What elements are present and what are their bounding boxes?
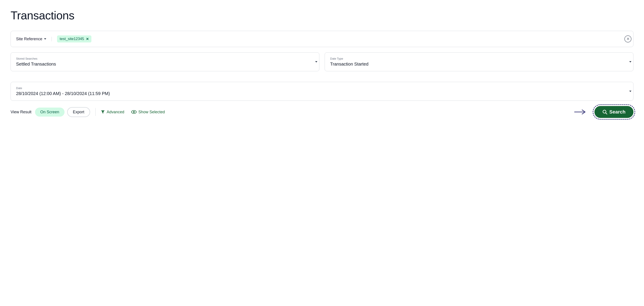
svg-point-2: [133, 111, 135, 113]
toolbar: View Result On Screen Export Advanced Sh…: [10, 106, 634, 118]
date-value: 28/10/2024 (12:00 AM) - 28/10/2024 (11:5…: [16, 91, 628, 96]
date-type-label: Date Type: [330, 57, 628, 60]
stored-searches-chevron-icon: [315, 61, 317, 62]
two-col-row: Stored Searches Settled Transactions Dat…: [10, 52, 634, 76]
svg-line-5: [606, 113, 607, 114]
date-type-value: Transaction Started: [330, 62, 628, 67]
toolbar-divider: [95, 108, 96, 116]
site-reference-card: Site Reference test_site12345 ✕ ✕: [10, 31, 634, 47]
advanced-button[interactable]: Advanced: [101, 110, 124, 114]
date-label: Date: [16, 86, 628, 90]
svg-marker-0: [101, 110, 104, 113]
search-icon: [602, 110, 607, 114]
stored-searches-label: Stored Searches: [16, 57, 314, 60]
site-reference-tag-close-icon[interactable]: ✕: [86, 37, 89, 41]
page-title: Transactions: [10, 9, 634, 22]
toolbar-right: Search: [574, 106, 634, 118]
on-screen-button[interactable]: On Screen: [35, 108, 64, 117]
arrow-icon: [574, 109, 588, 115]
date-type-chevron-icon: [629, 61, 632, 62]
site-reference-tag: test_site12345 ✕: [57, 35, 92, 42]
clear-all-icon: ✕: [626, 36, 630, 41]
site-reference-chevron-icon: [44, 38, 46, 40]
site-reference-tag-value: test_site12345: [60, 37, 84, 41]
export-button[interactable]: Export: [67, 107, 90, 117]
view-result-label: View Result: [10, 110, 32, 114]
date-type-dropdown[interactable]: Date Type Transaction Started: [325, 52, 634, 71]
site-reference-label: Site Reference: [16, 37, 42, 41]
date-dropdown[interactable]: Date 28/10/2024 (12:00 AM) - 28/10/2024 …: [10, 82, 634, 101]
search-label: Search: [610, 109, 626, 115]
stored-searches-value: Settled Transactions: [16, 62, 314, 67]
search-button[interactable]: Search: [594, 106, 634, 118]
clear-all-button[interactable]: ✕: [624, 35, 632, 42]
eye-icon: [131, 110, 136, 114]
site-reference-dropdown[interactable]: Site Reference: [16, 37, 52, 41]
show-selected-button[interactable]: Show Selected: [131, 110, 165, 114]
stored-searches-dropdown[interactable]: Stored Searches Settled Transactions: [10, 52, 319, 71]
advanced-label: Advanced: [106, 110, 124, 114]
date-chevron-icon: [629, 91, 632, 92]
filter-icon: [101, 110, 105, 114]
show-selected-label: Show Selected: [138, 110, 165, 114]
